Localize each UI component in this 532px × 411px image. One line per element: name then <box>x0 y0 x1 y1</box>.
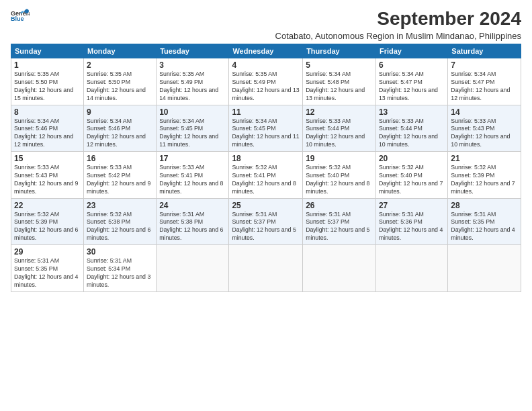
day-info: Sunrise: 5:32 AMSunset: 5:40 PMDaylight:… <box>306 164 373 196</box>
table-row: 6Sunrise: 5:34 AMSunset: 5:47 PMDaylight… <box>375 58 447 105</box>
day-info: Sunrise: 5:35 AMSunset: 5:50 PMDaylight:… <box>87 71 153 103</box>
table-row: 25Sunrise: 5:31 AMSunset: 5:37 PMDayligh… <box>229 198 303 245</box>
day-info: Sunrise: 5:32 AMSunset: 5:41 PMDaylight:… <box>232 164 300 196</box>
table-row: 8Sunrise: 5:34 AMSunset: 5:46 PMDaylight… <box>11 105 84 152</box>
day-number: 27 <box>379 201 445 210</box>
day-number: 20 <box>379 154 445 163</box>
day-number: 5 <box>306 60 373 70</box>
table-row <box>448 245 521 292</box>
day-number: 10 <box>159 107 226 117</box>
table-row: 28Sunrise: 5:31 AMSunset: 5:35 PMDayligh… <box>448 198 521 245</box>
day-info: Sunrise: 5:34 AMSunset: 5:48 PMDaylight:… <box>306 71 373 103</box>
subtitle: Cotabato, Autonomous Region in Muslim Mi… <box>275 31 521 41</box>
table-row: 27Sunrise: 5:31 AMSunset: 5:36 PMDayligh… <box>375 198 447 245</box>
day-info: Sunrise: 5:33 AMSunset: 5:44 PMDaylight:… <box>379 118 445 150</box>
day-number: 18 <box>232 154 300 163</box>
table-row: 24Sunrise: 5:31 AMSunset: 5:38 PMDayligh… <box>157 198 229 245</box>
day-info: Sunrise: 5:34 AMSunset: 5:45 PMDaylight:… <box>232 118 300 150</box>
table-row: 29Sunrise: 5:31 AMSunset: 5:35 PMDayligh… <box>11 245 84 292</box>
table-row: 4Sunrise: 5:35 AMSunset: 5:49 PMDaylight… <box>229 58 303 105</box>
day-info: Sunrise: 5:31 AMSunset: 5:34 PMDaylight:… <box>87 257 153 289</box>
header-sunday: Sunday <box>11 44 84 58</box>
day-info: Sunrise: 5:33 AMSunset: 5:41 PMDaylight:… <box>159 164 226 196</box>
table-row: 2Sunrise: 5:35 AMSunset: 5:50 PMDaylight… <box>83 58 156 105</box>
table-row <box>375 245 447 292</box>
table-row: 11Sunrise: 5:34 AMSunset: 5:45 PMDayligh… <box>229 105 303 152</box>
day-info: Sunrise: 5:33 AMSunset: 5:43 PMDaylight:… <box>451 118 518 150</box>
day-info: Sunrise: 5:31 AMSunset: 5:35 PMDaylight:… <box>451 211 518 243</box>
table-row <box>157 245 229 292</box>
calendar-week-2: 8Sunrise: 5:34 AMSunset: 5:46 PMDaylight… <box>11 105 521 152</box>
day-info: Sunrise: 5:32 AMSunset: 5:39 PMDaylight:… <box>451 164 518 196</box>
main-title: September 2024 <box>275 8 521 30</box>
day-number: 24 <box>159 201 226 210</box>
day-number: 17 <box>159 154 226 163</box>
day-info: Sunrise: 5:32 AMSunset: 5:38 PMDaylight:… <box>87 211 153 243</box>
day-info: Sunrise: 5:34 AMSunset: 5:46 PMDaylight:… <box>87 118 153 150</box>
day-number: 22 <box>14 201 81 210</box>
day-info: Sunrise: 5:34 AMSunset: 5:46 PMDaylight:… <box>14 118 81 150</box>
day-number: 19 <box>306 154 373 163</box>
day-info: Sunrise: 5:33 AMSunset: 5:43 PMDaylight:… <box>14 164 81 196</box>
header-tuesday: Tuesday <box>157 44 229 58</box>
header-monday: Monday <box>83 44 156 58</box>
day-info: Sunrise: 5:33 AMSunset: 5:44 PMDaylight:… <box>306 118 373 150</box>
table-row: 14Sunrise: 5:33 AMSunset: 5:43 PMDayligh… <box>448 105 521 152</box>
day-number: 25 <box>232 201 300 210</box>
logo: General Blue <box>11 8 30 23</box>
day-number: 3 <box>159 60 226 70</box>
table-row: 19Sunrise: 5:32 AMSunset: 5:40 PMDayligh… <box>303 152 376 199</box>
calendar-week-4: 22Sunrise: 5:32 AMSunset: 5:39 PMDayligh… <box>11 198 521 245</box>
header-wednesday: Wednesday <box>229 44 303 58</box>
calendar-week-5: 29Sunrise: 5:31 AMSunset: 5:35 PMDayligh… <box>11 245 521 292</box>
table-row: 21Sunrise: 5:32 AMSunset: 5:39 PMDayligh… <box>448 152 521 199</box>
calendar-week-1: 1Sunrise: 5:35 AMSunset: 5:50 PMDaylight… <box>11 58 521 105</box>
table-row: 10Sunrise: 5:34 AMSunset: 5:45 PMDayligh… <box>157 105 229 152</box>
day-number: 4 <box>232 60 300 70</box>
day-number: 12 <box>306 107 373 117</box>
calendar-header-row: Sunday Monday Tuesday Wednesday Thursday… <box>11 44 521 58</box>
day-info: Sunrise: 5:31 AMSunset: 5:38 PMDaylight:… <box>159 211 226 243</box>
table-row: 7Sunrise: 5:34 AMSunset: 5:47 PMDaylight… <box>448 58 521 105</box>
day-number: 21 <box>451 154 518 163</box>
table-row: 26Sunrise: 5:31 AMSunset: 5:37 PMDayligh… <box>303 198 376 245</box>
table-row: 30Sunrise: 5:31 AMSunset: 5:34 PMDayligh… <box>83 245 156 292</box>
page: General Blue September 2024 Cotabato, Au… <box>0 0 532 411</box>
day-number: 30 <box>87 247 153 257</box>
header-saturday: Saturday <box>448 44 521 58</box>
day-info: Sunrise: 5:34 AMSunset: 5:47 PMDaylight:… <box>451 71 518 103</box>
day-number: 16 <box>87 154 153 163</box>
header-thursday: Thursday <box>303 44 376 58</box>
day-info: Sunrise: 5:31 AMSunset: 5:36 PMDaylight:… <box>379 211 445 243</box>
day-info: Sunrise: 5:35 AMSunset: 5:49 PMDaylight:… <box>159 71 226 103</box>
day-info: Sunrise: 5:31 AMSunset: 5:37 PMDaylight:… <box>306 211 373 243</box>
day-number: 11 <box>232 107 300 117</box>
table-row: 18Sunrise: 5:32 AMSunset: 5:41 PMDayligh… <box>229 152 303 199</box>
day-info: Sunrise: 5:32 AMSunset: 5:40 PMDaylight:… <box>379 164 445 196</box>
svg-text:Blue: Blue <box>11 15 24 22</box>
day-number: 1 <box>14 60 81 70</box>
table-row: 3Sunrise: 5:35 AMSunset: 5:49 PMDaylight… <box>157 58 229 105</box>
day-number: 9 <box>87 107 153 117</box>
table-row: 13Sunrise: 5:33 AMSunset: 5:44 PMDayligh… <box>375 105 447 152</box>
day-info: Sunrise: 5:33 AMSunset: 5:42 PMDaylight:… <box>87 164 153 196</box>
table-row: 12Sunrise: 5:33 AMSunset: 5:44 PMDayligh… <box>303 105 376 152</box>
table-row: 23Sunrise: 5:32 AMSunset: 5:38 PMDayligh… <box>83 198 156 245</box>
day-number: 7 <box>451 60 518 70</box>
day-number: 23 <box>87 201 153 210</box>
header-friday: Friday <box>375 44 447 58</box>
day-number: 14 <box>451 107 518 117</box>
day-number: 13 <box>379 107 445 117</box>
day-info: Sunrise: 5:31 AMSunset: 5:35 PMDaylight:… <box>14 257 81 289</box>
table-row: 22Sunrise: 5:32 AMSunset: 5:39 PMDayligh… <box>11 198 84 245</box>
day-number: 15 <box>14 154 81 163</box>
table-row: 1Sunrise: 5:35 AMSunset: 5:50 PMDaylight… <box>11 58 84 105</box>
table-row: 5Sunrise: 5:34 AMSunset: 5:48 PMDaylight… <box>303 58 376 105</box>
day-number: 2 <box>87 60 153 70</box>
table-row: 17Sunrise: 5:33 AMSunset: 5:41 PMDayligh… <box>157 152 229 199</box>
day-number: 6 <box>379 60 445 70</box>
day-info: Sunrise: 5:35 AMSunset: 5:49 PMDaylight:… <box>232 71 300 103</box>
calendar-week-3: 15Sunrise: 5:33 AMSunset: 5:43 PMDayligh… <box>11 152 521 199</box>
day-number: 28 <box>451 201 518 210</box>
title-block: September 2024 Cotabato, Autonomous Regi… <box>275 8 521 41</box>
